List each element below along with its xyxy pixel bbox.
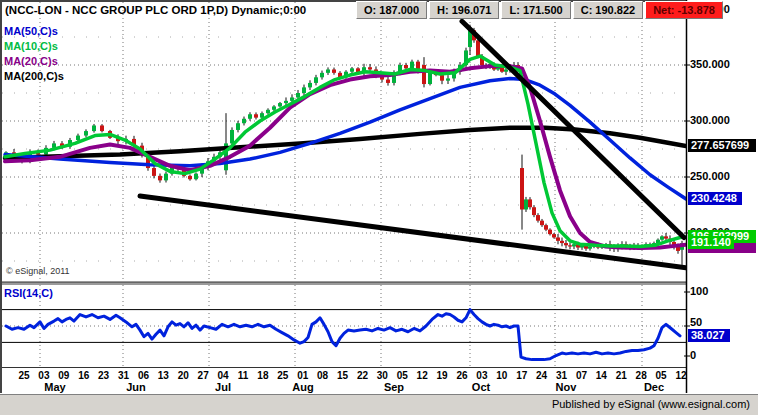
rsi-study-label: RSI(14,C) bbox=[4, 287, 53, 299]
ma-label: MA(20,C)s bbox=[4, 54, 64, 69]
status-bar: Published by eSignal (www.esignal.com) bbox=[0, 394, 758, 415]
quote-field: Net: -13.878 bbox=[645, 1, 723, 19]
ma-study-labels: MA(50,C)sMA(10,C)sMA(20,C)sMA(200,C)s bbox=[4, 24, 64, 84]
date-tick: 25 bbox=[18, 370, 29, 381]
date-tick: 31 bbox=[118, 370, 129, 381]
month-label: Oct bbox=[472, 381, 490, 393]
month-label: Jul bbox=[215, 381, 231, 393]
value-badge: 230.4248 bbox=[688, 192, 742, 205]
date-tick: 08 bbox=[317, 370, 328, 381]
ma-label: MA(50,C)s bbox=[4, 24, 64, 39]
date-tick: 24 bbox=[536, 370, 547, 381]
value-badge: 191.140 bbox=[688, 236, 734, 249]
date-tick: 19 bbox=[437, 370, 448, 381]
ma-label: MA(200,C)s bbox=[4, 69, 64, 84]
month-label: Nov bbox=[556, 381, 577, 393]
date-tick: 07 bbox=[576, 370, 587, 381]
date-tick: 06 bbox=[138, 370, 149, 381]
date-tick: 28 bbox=[636, 370, 647, 381]
esignal-chart-window: (NCC-LON - NCC GROUP PLC ORD 1P,D) Dynam… bbox=[0, 0, 758, 415]
axis-label: 0 bbox=[690, 349, 696, 361]
date-tick: 14 bbox=[596, 370, 607, 381]
quote-field: O: 187.000 bbox=[356, 1, 427, 19]
date-tick: 10 bbox=[496, 370, 507, 381]
axis-label: 100 bbox=[690, 285, 708, 297]
month-label: Sep bbox=[384, 381, 404, 393]
quote-field: L: 171.500 bbox=[501, 1, 570, 19]
date-tick: 26 bbox=[456, 370, 467, 381]
axis-label: 250.000 bbox=[690, 170, 730, 182]
value-badge: 38.027 bbox=[688, 329, 730, 342]
month-label: Aug bbox=[292, 381, 313, 393]
date-tick: 12 bbox=[675, 370, 686, 381]
date-tick: 09 bbox=[58, 370, 69, 381]
date-tick: 23 bbox=[98, 370, 109, 381]
publisher-text: Published by eSignal (www.esignal.com) bbox=[552, 398, 750, 410]
date-tick: 22 bbox=[357, 370, 368, 381]
date-tick: 17 bbox=[516, 370, 527, 381]
date-tick: 04 bbox=[218, 370, 229, 381]
quote-field: C: 190.822 bbox=[573, 1, 643, 19]
month-label: May bbox=[44, 381, 65, 393]
date-tick: 31 bbox=[556, 370, 567, 381]
copyright-text: © eSignal, 2011 bbox=[6, 266, 70, 276]
date-tick: 13 bbox=[158, 370, 169, 381]
date-tick: 03 bbox=[38, 370, 49, 381]
axis-label: 350.000 bbox=[690, 58, 730, 70]
date-tick: 16 bbox=[78, 370, 89, 381]
month-label: Jun bbox=[126, 381, 146, 393]
date-tick: 20 bbox=[178, 370, 189, 381]
date-tick: 12 bbox=[417, 370, 428, 381]
date-tick: 05 bbox=[397, 370, 408, 381]
date-tick: 05 bbox=[656, 370, 667, 381]
chart-canvas[interactable] bbox=[0, 0, 758, 415]
axis-label: 50 bbox=[690, 316, 702, 328]
date-tick: 30 bbox=[377, 370, 388, 381]
ma-label: MA(10,C)s bbox=[4, 39, 64, 54]
date-tick: 21 bbox=[616, 370, 627, 381]
date-tick: 18 bbox=[257, 370, 268, 381]
value-badge: 277.657699 bbox=[688, 139, 756, 152]
date-tick: 27 bbox=[198, 370, 209, 381]
axis-label: 300.000 bbox=[690, 114, 730, 126]
quote-bar: O: 187.000H: 196.071L: 171.500C: 190.822… bbox=[356, 1, 723, 19]
date-tick: 15 bbox=[337, 370, 348, 381]
date-tick: 01 bbox=[297, 370, 308, 381]
symbol-title: (NCC-LON - NCC GROUP PLC ORD 1P,D) Dynam… bbox=[5, 4, 306, 16]
date-tick: 03 bbox=[476, 370, 487, 381]
month-label: Dec bbox=[644, 381, 664, 393]
date-tick: 25 bbox=[277, 370, 288, 381]
date-tick: 11 bbox=[238, 370, 249, 381]
quote-field: H: 196.071 bbox=[429, 1, 499, 19]
